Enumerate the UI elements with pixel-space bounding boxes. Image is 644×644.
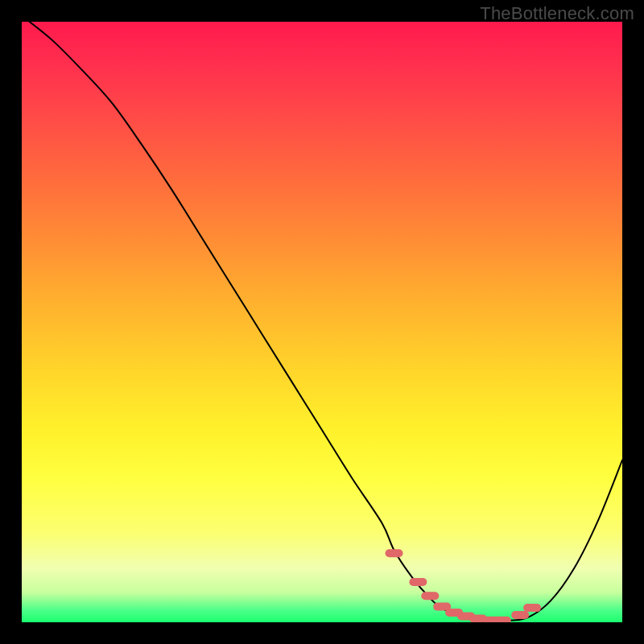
optimal-zone-dots — [390, 553, 538, 621]
bottleneck-curve — [22, 22, 622, 621]
chart-svg — [22, 22, 622, 622]
chart-plot-area — [22, 22, 622, 622]
chart-frame: TheBottleneck.com — [0, 0, 644, 644]
